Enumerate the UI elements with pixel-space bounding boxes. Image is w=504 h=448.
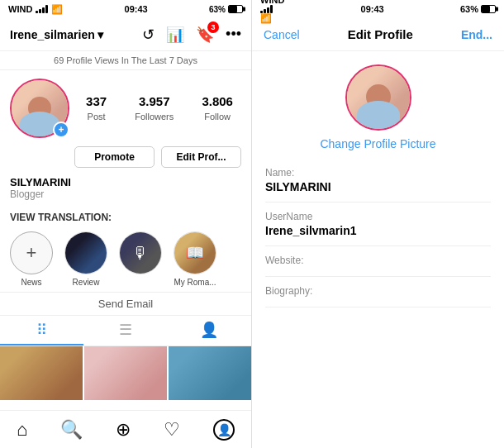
bar2 bbox=[39, 9, 41, 13]
user-type: Blogger bbox=[10, 188, 241, 200]
posts-label: Post bbox=[88, 112, 106, 122]
edit-fields: Name: SILYMARINI UserName Irene_silvmari… bbox=[252, 159, 504, 448]
highlight-mic-circle: 🎙 bbox=[119, 231, 162, 274]
followers-label: Followers bbox=[135, 112, 174, 122]
profile-views-text: 69 Profile Views In The Last 7 Days bbox=[54, 55, 197, 65]
username-label: Irene_silmarien bbox=[10, 28, 95, 41]
battery-percent-left: 63% bbox=[209, 5, 226, 14]
highlight-review-label: Review bbox=[73, 278, 100, 287]
avatar-wrap: + bbox=[10, 79, 69, 138]
stat-followers: 3.957 Followers bbox=[135, 94, 174, 123]
tab-grid[interactable]: ⠿ bbox=[0, 316, 83, 346]
nav-heart[interactable]: ♡ bbox=[164, 419, 180, 441]
status-bar-left: WIND 📶 09:43 63% bbox=[0, 0, 251, 18]
bottom-nav: ⌂ 🔍 ⊕ ♡ 👤 bbox=[0, 410, 251, 448]
time-left: 09:43 bbox=[125, 4, 148, 14]
edit-profile-title: Edit Profile bbox=[348, 27, 413, 41]
highlight-romance-img: 📖 bbox=[174, 232, 216, 274]
photo-cell-2[interactable] bbox=[84, 346, 167, 400]
battery-icon-right bbox=[481, 5, 496, 13]
highlight-romance[interactable]: 📖 My Roma... bbox=[174, 231, 216, 287]
user-handle: SILYMARINI bbox=[10, 176, 241, 188]
right-status-right: 63% bbox=[460, 4, 496, 14]
posts-number: 337 bbox=[86, 94, 107, 108]
ig-nav-left: Irene_silmarien ▾ ↺ 📊 🔖 3 ••• bbox=[0, 18, 251, 51]
name-value[interactable]: SILYMARINI bbox=[265, 180, 491, 193]
photo-cell-1[interactable] bbox=[0, 346, 83, 400]
highlight-add[interactable]: + News bbox=[10, 231, 53, 287]
stat-posts: 337 Post bbox=[86, 94, 107, 123]
grid-tabs: ⠿ ☰ 👤 bbox=[0, 315, 251, 346]
battery-fill-left bbox=[229, 6, 237, 12]
user-info: SILYMARINI Blogger bbox=[0, 174, 251, 205]
photo-cell-3[interactable] bbox=[169, 346, 251, 400]
send-email-bar[interactable]: Send Email bbox=[0, 292, 251, 315]
edit-profile-button[interactable]: Edit Prof... bbox=[161, 146, 241, 168]
rbar4 bbox=[270, 5, 273, 13]
username-field-value[interactable]: Irene_silvmarin1 bbox=[265, 224, 491, 237]
profile-stats-row: + 337 Post 3.957 Followers 3.806 Follow bbox=[0, 70, 251, 143]
promote-button[interactable]: Promote bbox=[74, 146, 155, 168]
field-biography[interactable]: Biography: bbox=[265, 277, 491, 307]
edit-avatar-img bbox=[347, 66, 410, 129]
carrier-left: WIND bbox=[8, 4, 32, 14]
bar4 bbox=[45, 5, 48, 13]
highlight-review-img bbox=[65, 232, 107, 274]
bar3 bbox=[42, 7, 45, 13]
send-email-text: Send Email bbox=[98, 298, 153, 310]
signal-bars-left bbox=[36, 5, 48, 13]
username-field-label: UserName bbox=[265, 211, 491, 222]
bookmark-icon[interactable]: 🔖 3 bbox=[196, 26, 214, 44]
history-icon[interactable]: ↺ bbox=[142, 26, 155, 44]
photo-grid bbox=[0, 346, 251, 410]
field-website[interactable]: Website: bbox=[265, 246, 491, 277]
tab-list[interactable]: ☰ bbox=[83, 316, 167, 346]
done-button[interactable]: End... bbox=[461, 28, 492, 41]
nav-profile[interactable]: 👤 bbox=[213, 419, 235, 441]
highlight-review[interactable]: Review bbox=[64, 231, 107, 287]
username-title[interactable]: Irene_silmarien ▾ bbox=[10, 28, 103, 41]
nav-search[interactable]: 🔍 bbox=[60, 419, 83, 441]
bar1 bbox=[36, 11, 38, 13]
chart-icon[interactable]: 📊 bbox=[166, 26, 184, 44]
edit-photo-section: Change Profile Picture bbox=[252, 51, 504, 159]
followers-number: 3.957 bbox=[135, 94, 174, 108]
right-panel: WIND 📶 09:43 63% Cancel Edit Profile End… bbox=[252, 0, 504, 448]
status-bar-right: WIND 📶 09:43 63% bbox=[252, 0, 504, 18]
action-buttons: Promote Edit Prof... bbox=[0, 143, 251, 174]
highlight-romance-label: My Roma... bbox=[174, 278, 216, 287]
highlight-review-circle bbox=[64, 231, 107, 274]
stat-following: 3.806 Follow bbox=[202, 94, 233, 123]
change-photo-label[interactable]: Change Profile Picture bbox=[320, 137, 435, 150]
profile-views-banner: 69 Profile Views In The Last 7 Days bbox=[0, 51, 251, 70]
battery-percent-right: 63% bbox=[460, 4, 478, 14]
battery-fill-right bbox=[482, 6, 490, 12]
highlight-add-circle: + bbox=[10, 231, 53, 274]
view-translation: VIEW TRANSLATION: bbox=[0, 205, 251, 226]
nav-add[interactable]: ⊕ bbox=[116, 419, 131, 441]
carrier-right: WIND bbox=[260, 0, 284, 5]
biography-label: Biography: bbox=[265, 285, 491, 297]
battery-icon-left bbox=[228, 5, 243, 13]
more-icon[interactable]: ••• bbox=[226, 26, 241, 43]
dropdown-icon: ▾ bbox=[97, 28, 103, 41]
edit-profile-nav: Cancel Edit Profile End... bbox=[252, 18, 504, 51]
highlight-romance-circle: 📖 bbox=[174, 231, 216, 274]
nav-icons: ↺ 📊 🔖 3 ••• bbox=[142, 26, 241, 44]
left-panel: WIND 📶 09:43 63% Irene_silmarien ▾ ↺ 📊 bbox=[0, 0, 252, 448]
highlight-mic[interactable]: 🎙 bbox=[119, 231, 162, 287]
add-button[interactable]: + bbox=[53, 122, 69, 138]
following-label: Follow bbox=[204, 112, 231, 122]
following-number: 3.806 bbox=[202, 94, 233, 108]
notification-badge: 3 bbox=[207, 21, 219, 33]
highlights-row: + News Review 🎙 📖 My Roma... bbox=[0, 226, 251, 292]
field-username[interactable]: UserName Irene_silvmarin1 bbox=[265, 203, 491, 246]
highlight-mic-img: 🎙 bbox=[120, 232, 161, 274]
highlight-add-label: News bbox=[21, 278, 41, 287]
nav-home[interactable]: ⌂ bbox=[17, 419, 27, 441]
rbar3 bbox=[267, 7, 269, 13]
signal-bars-right bbox=[260, 5, 284, 13]
field-name[interactable]: Name: SILYMARINI bbox=[265, 159, 491, 203]
cancel-button[interactable]: Cancel bbox=[264, 28, 300, 41]
tab-tag[interactable]: 👤 bbox=[168, 316, 251, 346]
